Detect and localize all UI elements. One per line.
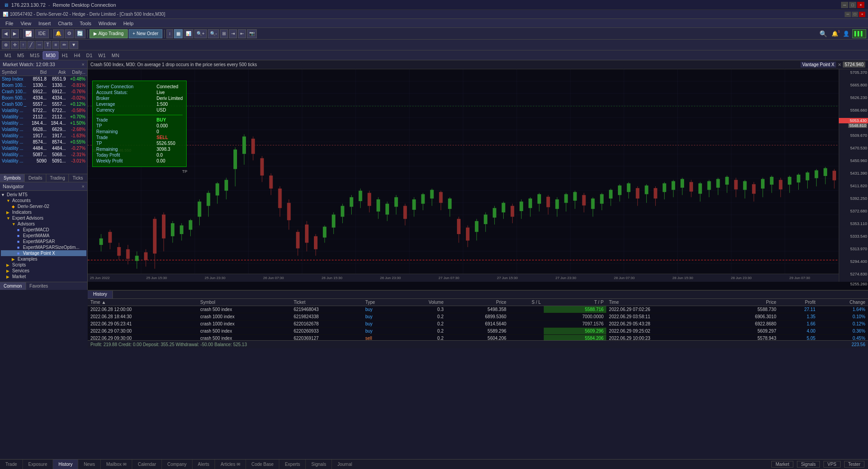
nav-back-btn[interactable]: ◀	[2, 29, 10, 38]
inner-close-btn[interactable]: ×	[859, 12, 865, 17]
nav-tree-item[interactable]: ■ExpertMAMA	[1, 233, 86, 239]
auto-scroll-btn[interactable]: ⇥	[229, 29, 237, 38]
menu-insert[interactable]: Insert	[35, 20, 54, 27]
arrow-btn[interactable]: ↑	[20, 41, 27, 49]
market-watch-row[interactable]: Volatility ... 6628... 6629... -2.68%	[0, 126, 87, 133]
tf-h4[interactable]: H4	[71, 52, 83, 59]
market-watch-row[interactable]: Boom 100... 1330... 1330... -0.81%	[0, 82, 87, 89]
inner-minimize-btn[interactable]: ─	[845, 12, 851, 17]
status-tab-experts[interactable]: Experts	[279, 460, 306, 469]
scroll-end-btn[interactable]: ⇤	[238, 29, 246, 38]
search-btn[interactable]: 🔍	[818, 29, 829, 38]
market-watch-row[interactable]: Volatility ... 1917... 1917... -1.63%	[0, 133, 87, 139]
market-watch-row[interactable]: Crash 100... 6912... 6912... -0.76%	[0, 89, 87, 95]
refresh-btn[interactable]: 🔄	[75, 29, 85, 38]
tf-m15[interactable]: M15	[27, 52, 42, 59]
tab-details[interactable]: Details	[25, 174, 46, 182]
bar-chart-btn[interactable]: ▦	[174, 29, 183, 38]
nav-tree-item[interactable]: ▶Scripts	[1, 262, 86, 268]
status-tab-calendar[interactable]: Calendar	[132, 460, 162, 469]
menu-help[interactable]: Help	[120, 20, 137, 27]
trade-history-row[interactable]: 2022.06.28 12:00:00 crash 500 index 6219…	[88, 306, 868, 313]
tf-m1[interactable]: M1	[2, 52, 14, 59]
nav-forward-btn[interactable]: ▶	[11, 29, 19, 38]
status-tab-codebase[interactable]: Code Base	[246, 460, 279, 469]
nav-tree-item[interactable]: ▶Services	[1, 268, 86, 274]
ide-btn[interactable]: IDE	[35, 29, 49, 38]
maximize-btn[interactable]: □	[849, 2, 856, 8]
tf-w1[interactable]: W1	[96, 52, 109, 59]
new-chart-btn[interactable]: 📈	[23, 29, 34, 38]
trade-tab-history[interactable]: History	[88, 291, 113, 298]
market-watch-row[interactable]: Crash 500 _ 5557... 5557... +0.12%	[0, 101, 87, 108]
menu-charts[interactable]: Charts	[54, 20, 76, 27]
market-watch-row[interactable]: Volatility ... 4484... 4484... -0.27%	[0, 145, 87, 152]
nav-tree-item[interactable]: ▶Examples	[1, 256, 86, 262]
menu-file[interactable]: File	[2, 20, 17, 27]
signals-badge[interactable]: Signals	[797, 461, 820, 468]
nav-close-icon[interactable]: ×	[82, 184, 85, 189]
market-watch-row[interactable]: Volatility ... 5090 5091... -3.01%	[0, 158, 87, 164]
market-watch-row[interactable]: Volatility ... 5087... 5068... -2.31%	[0, 152, 87, 158]
market-watch-row[interactable]: Volatility ... 8574... 8574... +0.55%	[0, 139, 87, 145]
vps-badge[interactable]: VPS	[823, 461, 841, 468]
cursor-btn[interactable]: ⊕	[2, 41, 10, 49]
tester-badge[interactable]: Tester	[844, 461, 864, 468]
nav-tab-favorites[interactable]: Favorites	[26, 282, 52, 290]
nav-tree-item[interactable]: ■ExpertMAPSAR	[1, 239, 86, 244]
nav-tab-common[interactable]: Common	[0, 282, 26, 290]
status-tab-history[interactable]: History	[53, 460, 78, 469]
chart-area[interactable]: Crash 500 Index, M30: On average 1 drop …	[88, 60, 868, 290]
notification-btn[interactable]: 🔔	[53, 29, 64, 38]
market-watch-row[interactable]: Step Index 8551.8 8551.9 +0.48%	[0, 76, 87, 82]
tf-h1[interactable]: H1	[59, 52, 71, 59]
nav-tree-item[interactable]: ■ExpertMACD	[1, 227, 86, 233]
mw-close-icon[interactable]: ×	[82, 62, 85, 67]
inner-restore-btn[interactable]: □	[852, 12, 858, 17]
nav-tree-item[interactable]: ▼Accounts	[1, 198, 86, 203]
menu-window[interactable]: Window	[95, 20, 120, 27]
zoom-in-btn[interactable]: 🔍+	[194, 29, 207, 38]
tf-m30[interactable]: M30	[43, 51, 58, 59]
trade-history-row[interactable]: 2022.06.28 18:44:30 crash 1000 index 621…	[88, 313, 868, 320]
tf-m5[interactable]: M5	[14, 52, 27, 59]
more-tools-btn[interactable]: ▼	[69, 41, 78, 49]
minimize-btn[interactable]: ─	[841, 2, 848, 8]
market-watch-row[interactable]: Volatility ... 184.4... 184.4... +1.50%	[0, 120, 87, 126]
account-btn[interactable]: 👤	[841, 29, 851, 38]
text-btn[interactable]: T	[44, 41, 51, 49]
tf-mn[interactable]: MN	[109, 52, 122, 59]
line-btn[interactable]: ╱	[27, 41, 35, 49]
price-up-btn[interactable]: ↕	[166, 29, 173, 38]
settings-btn[interactable]: ⚙	[65, 29, 74, 38]
status-tab-company[interactable]: Company	[162, 460, 192, 469]
status-tab-articles[interactable]: Articles ✉	[215, 460, 246, 469]
nav-tree-item[interactable]: ◆Deriv-Server-02	[1, 203, 86, 209]
zoom-out-btn[interactable]: 🔍-	[208, 29, 219, 38]
nav-tree-item[interactable]: ▶Market	[1, 274, 86, 280]
draw-btn[interactable]: ✏	[60, 41, 68, 49]
nav-tree-item[interactable]: ▶Indicators	[1, 209, 86, 215]
trade-history-row[interactable]: 2022.06.29 05:23:41 crash 1000 index 622…	[88, 320, 868, 328]
tab-symbols[interactable]: Symbols	[0, 174, 25, 182]
status-tab-mailbox[interactable]: Mailbox ✉	[101, 460, 132, 469]
market-watch-row[interactable]: Volatility ... 6722... 6722... -0.58%	[0, 108, 87, 114]
menu-tools[interactable]: Tools	[76, 20, 95, 27]
nav-tree-item[interactable]: ■ExpertMAPSARSizeOptim...	[1, 244, 86, 250]
status-tab-journal[interactable]: Journal	[332, 460, 358, 469]
trade-history-row[interactable]: 2022.06.29 09:30:00 crash 500 index 6220…	[88, 335, 868, 341]
status-tab-news[interactable]: News	[78, 460, 101, 469]
status-tab-exposure[interactable]: Exposure	[23, 460, 53, 469]
nav-tree-item[interactable]: ▼Advisors	[1, 221, 86, 227]
algo-trading-btn[interactable]: ▶ Algo Trading	[89, 29, 128, 38]
market-badge[interactable]: Market	[771, 461, 793, 468]
fib-btn[interactable]: ≡	[52, 41, 59, 49]
nav-tree-item[interactable]: ▼Deriv MT5	[1, 192, 86, 198]
tab-trading[interactable]: Trading	[46, 174, 69, 182]
notification-badge[interactable]: 🔔1	[830, 29, 840, 38]
status-tab-alerts[interactable]: Alerts	[192, 460, 215, 469]
status-tab-signals[interactable]: Signals	[306, 460, 332, 469]
chart-close-icon[interactable]: ×	[838, 62, 841, 68]
status-tab-trade[interactable]: Trade	[0, 460, 23, 469]
tf-d1[interactable]: D1	[84, 52, 95, 59]
